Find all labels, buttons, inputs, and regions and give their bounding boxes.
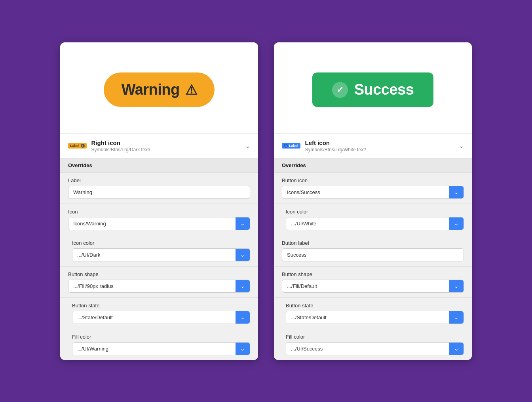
left-row-icon-color-label: Icon color <box>72 240 250 246</box>
left-fill-color-chevron-icon: ⌄ <box>240 345 245 352</box>
left-row-fill-color: Fill color .../UI/Warning ⌄ <box>60 329 258 360</box>
right-button-icon-chevron-icon: ⌄ <box>454 189 459 195</box>
right-row-fill-color: Fill color .../UI/Success ⌄ <box>274 329 472 360</box>
left-icon-chevron-icon: ⌄ <box>240 220 245 227</box>
left-header-subtitle: Symbols/Btns/Lrg/Dark text/ <box>91 147 240 152</box>
right-panel-header: ℹ Label Left icon Symbols/Btns/Lrg/White… <box>274 133 472 158</box>
right-badge: ℹ Label <box>282 143 300 149</box>
right-fill-color-chevron-icon: ⌄ <box>454 345 459 352</box>
right-header-text: Left icon Symbols/Btns/Lrg/White text/ <box>305 139 454 152</box>
left-row-icon: Icon Icons/Warning ⌄ <box>60 204 258 235</box>
left-row-icon-label: Icon <box>68 209 250 215</box>
left-button-shape-btn[interactable]: ⌄ <box>236 280 250 292</box>
right-button-shape-value: .../Fill/Default <box>282 280 449 292</box>
left-panel-preview: Warning ⚠ <box>60 42 258 133</box>
right-button-icon-btn[interactable]: ⌄ <box>449 186 464 198</box>
right-button-label-input[interactable] <box>282 248 464 261</box>
success-button-label: Success <box>354 81 414 98</box>
right-icon-color-chevron-icon: ⌄ <box>454 220 459 227</box>
right-overrides-header: Overrides <box>274 158 472 172</box>
right-button-shape-btn[interactable]: ⌄ <box>449 280 464 292</box>
left-icon-color-select: .../UI/Dark ⌄ <box>72 248 250 261</box>
right-row-button-state-label: Button state <box>286 303 464 309</box>
right-button-state-value: .../State/Default <box>286 311 449 324</box>
left-icon-select: Icons/Warning ⌄ <box>68 217 250 230</box>
right-button-state-select: .../State/Default ⌄ <box>286 311 464 324</box>
left-overrides-header: Overrides <box>60 158 258 172</box>
right-header-chevron-icon[interactable]: ⌄ <box>459 142 464 150</box>
right-button-icon-select: Icons/Success ⌄ <box>282 186 464 199</box>
left-button-shape-select: .../Fill/90px radius ⌄ <box>68 280 250 293</box>
right-row-icon-color: Icon color .../UI/White ⌄ <box>274 204 472 235</box>
left-row-button-shape: Button shape .../Fill/90px radius ⌄ <box>60 266 258 297</box>
left-badge-label: Label <box>70 144 80 148</box>
right-button-state-chevron-icon: ⌄ <box>454 314 459 320</box>
left-header-chevron-icon[interactable]: ⌄ <box>245 142 250 150</box>
right-icon-color-btn[interactable]: ⌄ <box>449 217 464 230</box>
left-button-state-select: .../State/Default ⌄ <box>72 311 250 324</box>
right-overrides-section: Overrides Button icon Icons/Success ⌄ Ic… <box>274 158 472 360</box>
right-fill-color-btn[interactable]: ⌄ <box>449 343 464 355</box>
success-check-icon: ✓ <box>332 82 348 98</box>
right-panel-preview: ✓ Success <box>274 42 472 133</box>
left-row-fill-color-label: Fill color <box>72 334 250 340</box>
right-row-button-shape: Button shape .../Fill/Default ⌄ <box>274 266 472 297</box>
right-row-button-state: Button state .../State/Default ⌄ <box>274 297 472 329</box>
left-button-state-chevron-icon: ⌄ <box>240 314 245 320</box>
right-icon-color-value: .../UI/White <box>286 217 449 230</box>
left-row-label: Label <box>60 172 258 204</box>
left-badge: Label i <box>68 143 87 149</box>
right-fill-color-value: .../UI/Success <box>286 343 449 355</box>
left-panel-header: Label i Right icon Symbols/Btns/Lrg/Dark… <box>60 133 258 158</box>
left-row-label-text: Label <box>68 177 250 183</box>
right-row-button-icon-label: Button icon <box>282 177 464 183</box>
left-row-button-state: Button state .../State/Default ⌄ <box>60 297 258 329</box>
right-badge-info-icon: ℹ <box>284 144 288 148</box>
left-row-button-state-label: Button state <box>72 303 250 309</box>
left-overrides-section: Overrides Label Icon Icons/Warning ⌄ Ico… <box>60 158 258 360</box>
right-button-icon-value: Icons/Success <box>282 186 449 198</box>
right-row-button-label-text: Button label <box>282 240 464 246</box>
right-header-title: Left icon <box>305 139 454 146</box>
right-row-icon-color-label: Icon color <box>286 209 464 215</box>
right-button-shape-select: .../Fill/Default ⌄ <box>282 280 464 293</box>
panels-container: Warning ⚠ Label i Right icon Symbols/Btn… <box>60 42 472 360</box>
left-fill-color-btn[interactable]: ⌄ <box>236 343 250 355</box>
success-button[interactable]: ✓ Success <box>312 72 434 107</box>
right-row-button-label: Button label <box>274 235 472 266</box>
right-button-shape-chevron-icon: ⌄ <box>454 283 459 289</box>
left-row-icon-color: Icon color .../UI/Dark ⌄ <box>60 235 258 266</box>
left-fill-color-select: .../UI/Warning ⌄ <box>72 342 250 355</box>
left-header-text: Right icon Symbols/Btns/Lrg/Dark text/ <box>91 139 240 152</box>
left-button-state-btn[interactable]: ⌄ <box>236 311 250 324</box>
right-header-subtitle: Symbols/Btns/Lrg/White text/ <box>305 147 454 152</box>
left-label-input[interactable] <box>68 186 250 199</box>
left-row-button-shape-label: Button shape <box>68 271 250 277</box>
right-button-state-btn[interactable]: ⌄ <box>449 311 464 324</box>
right-panel: ✓ Success ℹ Label Left icon Symbols/Btns… <box>274 42 472 360</box>
right-row-fill-color-label: Fill color <box>286 334 464 340</box>
left-icon-color-value: .../UI/Dark <box>72 249 236 261</box>
left-icon-color-chevron-icon: ⌄ <box>240 251 245 258</box>
right-row-button-icon: Button icon Icons/Success ⌄ <box>274 172 472 204</box>
warning-button-label: Warning <box>122 81 180 98</box>
left-icon-select-btn[interactable]: ⌄ <box>236 217 250 230</box>
left-badge-info-icon: i <box>81 144 85 148</box>
left-button-shape-value: .../Fill/90px radius <box>68 280 236 292</box>
left-fill-color-value: .../UI/Warning <box>72 343 236 355</box>
left-button-state-value: .../State/Default <box>72 311 236 324</box>
warning-triangle-icon: ⚠ <box>185 82 197 98</box>
left-button-shape-chevron-icon: ⌄ <box>240 283 245 289</box>
left-icon-color-btn[interactable]: ⌄ <box>236 249 250 261</box>
warning-button[interactable]: Warning ⚠ <box>104 72 215 107</box>
left-header-title: Right icon <box>91 139 240 146</box>
right-fill-color-select: .../UI/Success ⌄ <box>286 342 464 355</box>
right-badge-label: Label <box>289 144 298 148</box>
right-row-button-shape-label: Button shape <box>282 271 464 277</box>
right-icon-color-select: .../UI/White ⌄ <box>286 217 464 230</box>
left-icon-select-value: Icons/Warning <box>68 217 236 230</box>
left-panel: Warning ⚠ Label i Right icon Symbols/Btn… <box>60 42 258 360</box>
